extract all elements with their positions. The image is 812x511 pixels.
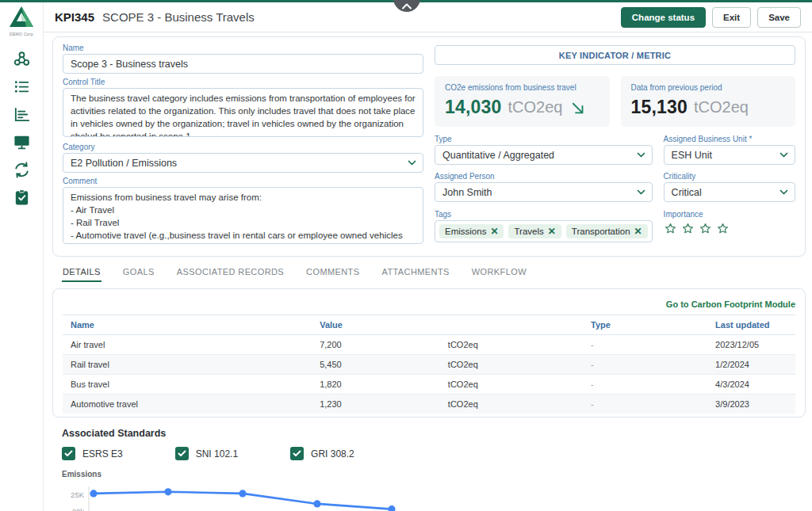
sidebar-item-network[interactable] <box>10 49 33 68</box>
assigned-business-unit-label: Assigned Business Unit * <box>664 135 795 143</box>
assigned-business-unit-select[interactable]: ESH Unit <box>664 145 795 165</box>
sidebar-item-tasks[interactable] <box>10 188 33 207</box>
change-status-button[interactable]: Change status <box>621 7 706 28</box>
control-title-label: Control Title <box>63 78 423 86</box>
form-left-column: Name Control Title Category E2 Pollution… <box>63 44 423 248</box>
control-title-textarea[interactable] <box>63 88 423 137</box>
cell-unit: tCO2eq <box>440 335 583 355</box>
list-icon <box>13 78 31 96</box>
associated-standards-section: Associated Standards ESRS E3 SNI 102.1 G… <box>62 428 806 460</box>
tag-label: Travels <box>514 227 543 236</box>
tags-label: Tags <box>435 210 653 219</box>
sidebar-item-sync[interactable] <box>10 160 33 179</box>
remove-tag-icon[interactable]: ✕ <box>548 227 556 236</box>
exit-button[interactable]: Exit <box>712 7 751 28</box>
column-header-name: Name <box>63 315 312 335</box>
criticality-label: Criticality <box>664 172 795 181</box>
carbon-footprint-module-link[interactable]: Go to Carbon Footprint Module <box>666 299 795 309</box>
emissions-chart-svg: 25K20k15k10k <box>62 482 799 511</box>
tab-goals[interactable]: GOALS <box>122 264 155 282</box>
emissions-table: Name Value Type Last updated Air travel … <box>63 315 795 414</box>
remove-tag-icon[interactable]: ✕ <box>490 227 498 236</box>
table-row[interactable]: Rail travel 5,450 tCO2eq - 1/2/2024 <box>63 355 795 375</box>
app-logo[interactable]: DEMO Corp <box>9 6 34 36</box>
metric-previous-label: Data from previous period <box>631 83 786 92</box>
sidebar-item-list[interactable] <box>10 77 33 96</box>
standard-label: ESRS E3 <box>82 448 123 460</box>
tag-label: Emissions <box>445 227 486 236</box>
star-icon[interactable] <box>681 222 695 235</box>
checkbox-checked-icon[interactable] <box>62 447 75 460</box>
type-label: Type <box>435 135 653 143</box>
category-label: Category <box>63 143 423 151</box>
standard-label: GRI 308.2 <box>311 448 354 460</box>
svg-text:25K: 25K <box>71 490 85 499</box>
tag-chip[interactable]: Transportation ✕ <box>566 224 648 238</box>
tab-details[interactable]: DETAILS <box>62 264 102 282</box>
chevron-down-icon <box>779 189 788 195</box>
tab-associated-records[interactable]: ASSOCIATED RECORDS <box>176 264 285 282</box>
category-value: E2 Pollution / Emissions <box>71 158 177 169</box>
key-indicator-button[interactable]: KEY INDICATOR / METRIC <box>435 45 795 65</box>
name-input[interactable] <box>63 54 423 74</box>
table-row[interactable]: Bus travel 1,820 tCO2eq - 4/3/2024 <box>63 375 795 395</box>
assigned-business-unit-value: ESH Unit <box>672 150 712 161</box>
remove-tag-icon[interactable]: ✕ <box>634 227 642 236</box>
table-row[interactable]: Automotive travel 1,230 tCO2eq - 3/9/202… <box>63 395 795 414</box>
bar-chart-icon <box>13 105 31 124</box>
importance-label: Importance <box>664 210 795 219</box>
sidebar-item-bar-chart[interactable] <box>10 105 33 124</box>
star-icon[interactable] <box>699 222 712 235</box>
tab-comments[interactable]: COMMENTS <box>305 264 360 282</box>
tag-label: Transportation <box>572 227 630 236</box>
cell-value: 1,820 <box>312 375 440 395</box>
comment-textarea[interactable] <box>63 187 423 244</box>
column-header-value: Value <box>312 315 440 335</box>
comment-label: Comment <box>63 177 423 185</box>
metric-card-current: CO2e emissions from business travel 14,0… <box>435 76 610 127</box>
form-right-column: KEY INDICATOR / METRIC CO2e emissions fr… <box>435 44 795 248</box>
metric-current-label: CO2e emissions from business travel <box>445 83 599 92</box>
sync-icon <box>13 161 31 179</box>
tags-input[interactable]: Emissions ✕ Travels ✕ Transportation ✕ <box>435 220 653 242</box>
checkbox-checked-icon[interactable] <box>290 447 304 460</box>
cell-last-updated: 2023/12/05 <box>707 335 795 355</box>
standard-checkbox-sni[interactable]: SNI 102.1 <box>175 447 238 460</box>
tab-attachments[interactable]: ATTACHMENTS <box>381 264 450 282</box>
tag-chip[interactable]: Emissions ✕ <box>439 224 504 238</box>
tag-chip[interactable]: Travels ✕ <box>508 224 561 238</box>
metric-previous-unit: tCO2eq <box>694 98 749 116</box>
metric-previous-value: 15,130 <box>631 97 688 118</box>
checkbox-checked-icon[interactable] <box>175 447 189 460</box>
assigned-person-label: Assigned Person <box>435 172 653 181</box>
category-select[interactable]: E2 Pollution / Emissions <box>63 153 423 173</box>
table-row[interactable]: Air travel 7,200 tCO2eq - 2023/12/05 <box>63 335 795 355</box>
star-icon[interactable] <box>716 222 730 235</box>
cell-name: Automotive travel <box>63 395 312 414</box>
chevron-down-icon <box>408 160 416 166</box>
cell-unit: tCO2eq <box>440 395 583 414</box>
cell-last-updated: 3/9/2023 <box>707 395 795 414</box>
type-select[interactable]: Quantitative / Aggregated <box>435 145 653 165</box>
cell-value: 7,200 <box>312 335 440 355</box>
criticality-select[interactable]: Critical <box>664 182 795 202</box>
cell-last-updated: 1/2/2024 <box>707 355 795 375</box>
chevron-down-icon <box>637 152 645 158</box>
chevron-down-icon <box>637 189 645 195</box>
cell-name: Rail travel <box>63 355 312 375</box>
sidebar-item-monitor[interactable] <box>10 132 33 151</box>
assigned-person-select[interactable]: John Smith <box>435 182 653 202</box>
page-header: KPI345 SCOPE 3 - Business Travels Change… <box>44 2 812 32</box>
star-icon[interactable] <box>664 222 677 235</box>
standard-checkbox-esrs[interactable]: ESRS E3 <box>62 447 123 460</box>
criticality-value: Critical <box>672 187 702 198</box>
tab-workflow[interactable]: WORKFLOW <box>471 264 527 282</box>
save-button[interactable]: Save <box>757 7 801 28</box>
importance-rating[interactable] <box>664 222 795 235</box>
cell-unit: tCO2eq <box>440 355 583 375</box>
column-header-type: Type <box>583 315 707 335</box>
cell-type: - <box>583 375 707 395</box>
details-table-card: Go to Carbon Footprint Module Name Value… <box>52 288 806 418</box>
kpi-id: KPI345 <box>55 10 94 24</box>
standard-checkbox-gri[interactable]: GRI 308.2 <box>290 447 354 460</box>
